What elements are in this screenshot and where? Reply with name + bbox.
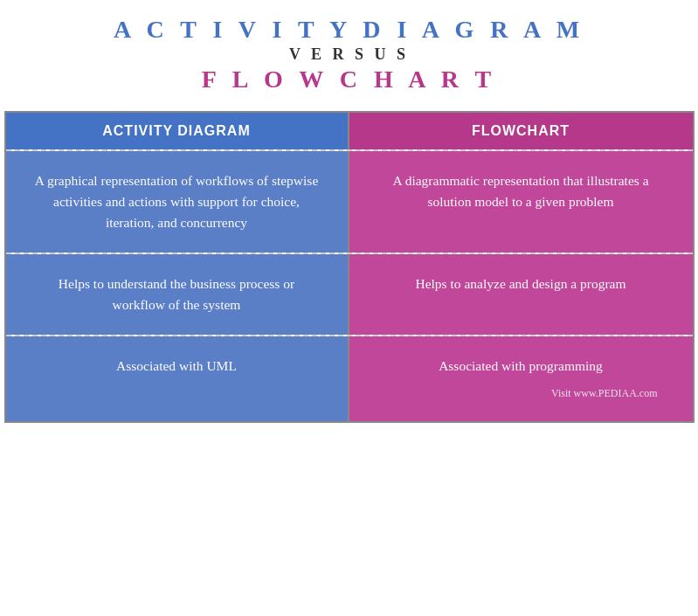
row3-cell-left: Associated with UML (6, 336, 349, 421)
row-1: A graphical representation of workflows … (6, 149, 693, 253)
col-header-activity: ACTIVITY DIAGRAM (6, 113, 349, 149)
row2-cell-right: Helps to analyze and design a program (349, 254, 693, 335)
title-flowchart: F L O W C H A R T (0, 66, 698, 93)
title-versus: V E R S U S (0, 45, 698, 64)
row2-cell-left: Helps to understand the business process… (6, 254, 349, 335)
header: A C T I V I T Y D I A G R A M V E R S U … (0, 0, 698, 100)
title-activity: A C T I V I T Y D I A G R A M (0, 16, 698, 44)
row-2: Helps to understand the business process… (6, 253, 693, 335)
col-header-flowchart: FLOWCHART (349, 113, 693, 149)
pediaa-credit: Visit www.PEDIAA.com (551, 385, 667, 402)
row-3: Associated with UML Associated with prog… (6, 335, 693, 421)
row3-cell-right: Associated with programming Visit www.PE… (349, 336, 693, 421)
column-headers: ACTIVITY DIAGRAM FLOWCHART (6, 113, 693, 149)
row3-right-text: Associated with programming (376, 356, 667, 377)
row1-cell-right: A diagrammatic representation that illus… (349, 151, 693, 253)
comparison-table: ACTIVITY DIAGRAM FLOWCHART A graphical r… (4, 111, 695, 423)
row1-cell-left: A graphical representation of workflows … (6, 151, 349, 253)
